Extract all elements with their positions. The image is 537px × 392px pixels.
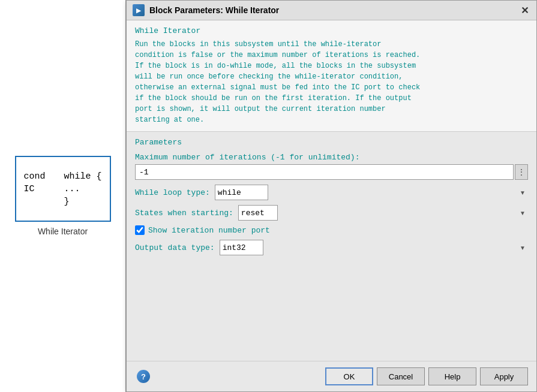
params-title: Parameters — [135, 138, 528, 147]
while-loop-row: While loop type: while do-while — [135, 185, 528, 200]
description-area: While Iterator Run the blocks in this su… — [127, 20, 536, 132]
output-type-select-wrapper: int32 int16 int8 uint32 uint16 uint8 — [220, 240, 528, 255]
dialog-content: While Iterator Run the blocks in this su… — [127, 20, 536, 361]
show-iter-label: Show iteration number port — [148, 226, 270, 235]
max-iter-input-row: ⋮ — [135, 164, 528, 180]
apply-button[interactable]: Apply — [480, 367, 528, 385]
max-iter-label: Maximum number of iterations (-1 for unl… — [135, 153, 528, 162]
block-box: cond while { IC ... } — [15, 156, 111, 222]
block-label: While Iterator — [38, 227, 88, 236]
block-cell-empty — [23, 197, 61, 207]
dialog-icon: ▶ — [133, 4, 145, 16]
block-content: cond while { IC ... } — [17, 165, 107, 213]
block-cell-cond: cond — [23, 171, 61, 182]
footer-left: ? — [135, 368, 152, 385]
close-button[interactable]: ✕ — [518, 4, 530, 16]
states-select-wrapper: reset held — [238, 205, 528, 221]
block-cell-brace: } — [64, 197, 102, 207]
max-iter-row: Maximum number of iterations (-1 for unl… — [135, 153, 528, 180]
max-iter-menu-button[interactable]: ⋮ — [515, 164, 528, 180]
output-type-label: Output data type: — [135, 243, 215, 252]
params-area: Parameters Maximum number of iterations … — [127, 132, 536, 361]
dialog-footer: ? OK Cancel Help Apply — [127, 361, 536, 391]
show-iter-row: Show iteration number port — [135, 225, 528, 235]
left-panel: cond while { IC ... } While Iterator — [0, 0, 126, 392]
ok-button[interactable]: OK — [325, 367, 373, 385]
states-label: States when starting: — [135, 209, 233, 218]
dialog-title-left: ▶ Block Parameters: While Iterator — [133, 4, 279, 16]
dialog-titlebar: ▶ Block Parameters: While Iterator ✕ — [127, 1, 536, 20]
show-iter-checkbox[interactable] — [135, 225, 145, 235]
block-cell-while: while { — [64, 171, 102, 182]
dialog-icon-symbol: ▶ — [136, 7, 141, 14]
output-type-select[interactable]: int32 int16 int8 uint32 uint16 uint8 — [220, 240, 263, 255]
footer-buttons: OK Cancel Help Apply — [325, 367, 528, 385]
while-loop-select[interactable]: while do-while — [215, 185, 268, 200]
help-icon-button[interactable]: ? — [135, 368, 152, 385]
block-cell-ic: IC — [23, 184, 61, 194]
states-select[interactable]: reset held — [238, 205, 278, 221]
cancel-button[interactable]: Cancel — [377, 367, 425, 385]
dialog-title-text: Block Parameters: While Iterator — [149, 5, 279, 15]
help-circle-icon: ? — [137, 370, 150, 383]
help-button[interactable]: Help — [428, 367, 476, 385]
block-diagram: cond while { IC ... } While Iterator — [15, 156, 111, 236]
description-text: Run the blocks in this subsystem until t… — [135, 39, 528, 125]
output-type-row: Output data type: int32 int16 int8 uint3… — [135, 240, 528, 255]
max-iter-input[interactable] — [135, 164, 514, 180]
dialog-window: ▶ Block Parameters: While Iterator ✕ Whi… — [126, 0, 537, 392]
states-row: States when starting: reset held — [135, 205, 528, 221]
while-loop-select-wrapper: while do-while — [215, 185, 528, 200]
description-title: While Iterator — [135, 26, 528, 35]
while-loop-label: While loop type: — [135, 188, 210, 197]
block-cell-dots: ... — [64, 184, 102, 194]
